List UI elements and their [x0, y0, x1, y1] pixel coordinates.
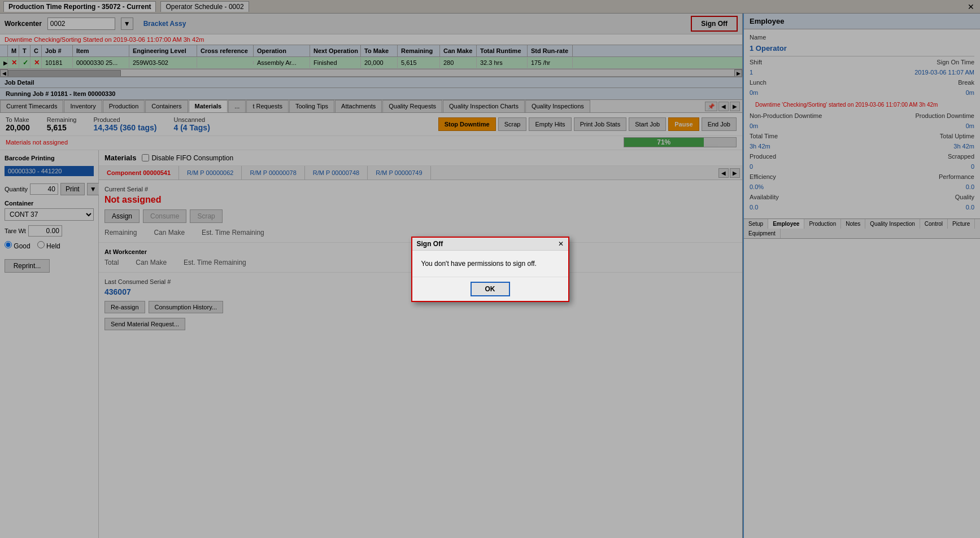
modal-title: Sign Off	[417, 240, 443, 248]
modal-title-bar: Sign Off ✕	[412, 238, 568, 251]
modal-body: You don't have permissions to sign off.	[412, 251, 568, 277]
modal-overlay: Sign Off ✕ You don't have permissions to…	[0, 0, 980, 538]
modal-ok-button[interactable]: OK	[471, 282, 510, 296]
sign-off-dialog: Sign Off ✕ You don't have permissions to…	[411, 237, 569, 302]
modal-footer: OK	[412, 277, 568, 301]
modal-close-button[interactable]: ✕	[558, 240, 564, 248]
modal-message: You don't have permissions to sign off.	[421, 260, 537, 268]
